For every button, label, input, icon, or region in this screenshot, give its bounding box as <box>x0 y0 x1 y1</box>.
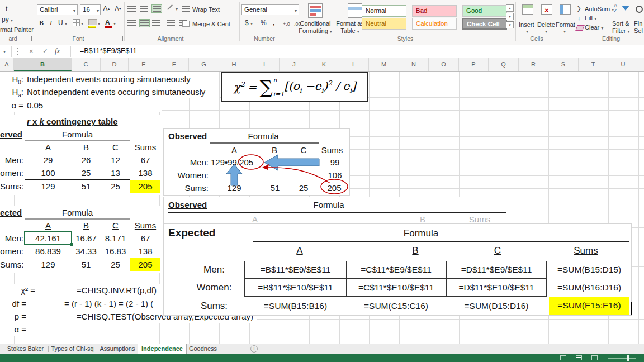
expected-col-a[interactable]: A <box>25 219 72 232</box>
df-label[interactable]: df = <box>0 297 26 310</box>
zoom-slider-track[interactable] <box>608 358 636 359</box>
style-bad[interactable]: Bad <box>412 5 457 17</box>
sheet-tab-goodness[interactable]: Goodness <box>187 344 219 354</box>
expected-total-highlight[interactable]: 205 <box>130 258 160 271</box>
font-dialog-launcher[interactable] <box>118 36 123 41</box>
column-header-i[interactable]: I <box>249 58 280 71</box>
df-formula[interactable]: = (r - 1) (k - 1) = (2 - 1) ( <box>64 297 153 310</box>
observed-men-label[interactable]: Men: <box>0 154 23 166</box>
decrease-indent-button[interactable] <box>167 20 175 26</box>
expected-formula-header[interactable]: Formula <box>25 206 130 219</box>
p-label[interactable]: p = <box>0 310 26 323</box>
styles-scroll-up-button[interactable]: ▴ <box>506 4 514 12</box>
clipboard-dialog-launcher[interactable] <box>27 36 32 41</box>
observed-col-b[interactable]: B <box>72 141 101 154</box>
style-neutral[interactable]: Neutral <box>362 18 406 30</box>
observed-sums-c[interactable]: 25 <box>101 180 130 193</box>
cancel-button[interactable]: × <box>29 47 34 55</box>
delete-button[interactable]: Delete <box>537 21 555 28</box>
column-header-k[interactable]: K <box>309 58 339 71</box>
column-header-q[interactable]: Q <box>489 58 519 71</box>
orientation-icon[interactable] <box>167 4 173 10</box>
zoom-slider-handle[interactable] <box>627 355 629 361</box>
format-painter-button[interactable]: rmat Painter <box>0 25 34 34</box>
observed-sums-a[interactable]: 129 <box>25 180 72 193</box>
observed-sums-b[interactable]: 51 <box>72 180 101 193</box>
expected-sums-b[interactable]: 51 <box>72 258 101 271</box>
borders-button[interactable] <box>73 19 80 26</box>
copy-button[interactable]: py ▾ <box>2 15 13 25</box>
autosum-button[interactable]: AutoSum ▾ <box>585 6 614 13</box>
formula-input[interactable]: =B$11*$E9/$E$11 <box>80 47 136 55</box>
shrink-font-button[interactable]: A▾ <box>115 4 121 13</box>
number-format-combo[interactable]: General▾ <box>242 4 299 15</box>
expected-title[interactable]: ected <box>0 206 21 219</box>
observed-women-label[interactable]: omen: <box>0 166 23 179</box>
alpha-value[interactable]: 0.05 <box>27 99 43 112</box>
column-header-r[interactable]: R <box>519 58 548 71</box>
page-layout-view-button[interactable] <box>576 355 582 360</box>
styles-scroll-down-button[interactable]: ▾ <box>506 13 514 20</box>
alignment-dialog-launcher[interactable] <box>233 36 238 41</box>
sheet-tab-types-of-chi-sq[interactable]: Types of Chi-sq <box>49 344 96 354</box>
column-header-u[interactable]: U <box>608 58 638 71</box>
font-size-combo[interactable]: 16▾ <box>80 4 101 15</box>
column-header-f[interactable]: F <box>159 58 189 71</box>
expected-men-sum[interactable]: 67 <box>130 232 160 245</box>
sheet-tab-assumptions[interactable]: Assumptions <box>97 344 138 354</box>
currency-button[interactable]: $ ▾ <box>245 18 253 28</box>
ha-text[interactable]: Not independent events occuring simutane… <box>27 85 205 98</box>
h0-text[interactable]: Independent events occuring simutaneousl… <box>27 73 191 85</box>
chi-stat-label[interactable]: χ² = <box>0 284 35 297</box>
wrap-text-button[interactable]: Wrap Text <box>192 6 220 13</box>
expected-women-sum[interactable]: 138 <box>130 245 160 258</box>
active-cell-selection[interactable] <box>24 231 72 245</box>
italic-button[interactable]: I <box>50 18 52 27</box>
column-header-e[interactable]: E <box>129 58 159 71</box>
column-header-b[interactable]: B <box>14 58 72 71</box>
name-box-dropdown[interactable]: ▾ <box>3 49 6 54</box>
style-check-cell[interactable]: Check Cell <box>462 18 507 30</box>
observed-men-sum[interactable]: 67 <box>130 154 160 166</box>
bold-button[interactable]: B <box>39 18 44 27</box>
chi-stat-formula[interactable]: =CHISQ.INV.RT(p,df) <box>77 284 157 297</box>
sort-filter-button[interactable]: Sort & <box>612 20 629 27</box>
expected-col-c[interactable]: C <box>101 219 130 232</box>
merge-center-button[interactable]: Merge & Cent <box>192 21 230 28</box>
column-header-t[interactable]: T <box>579 58 608 71</box>
expected-men-label[interactable]: Men: <box>0 232 23 245</box>
normal-view-button[interactable] <box>560 355 566 360</box>
observed-col-sums[interactable]: Sums <box>130 141 160 154</box>
grow-font-button[interactable]: A▴ <box>103 4 110 13</box>
align-top-button[interactable] <box>127 6 136 12</box>
number-dialog-launcher[interactable] <box>297 36 302 41</box>
fill-button[interactable]: Fill ▾ <box>585 15 596 22</box>
align-center-button[interactable] <box>140 20 149 27</box>
align-bottom-button[interactable] <box>152 5 162 12</box>
comma-button[interactable]: , <box>273 18 274 27</box>
style-calculation[interactable]: Calculation <box>412 18 457 30</box>
expected-col-sums[interactable]: Sums <box>130 219 160 232</box>
align-right-button[interactable] <box>152 20 160 26</box>
enter-button[interactable]: ✓ <box>42 47 48 55</box>
column-header-j[interactable]: J <box>280 58 309 71</box>
page-break-view-button[interactable] <box>591 355 598 360</box>
column-header-n[interactable]: N <box>399 58 429 71</box>
align-left-button[interactable] <box>127 20 136 26</box>
insert-function-button[interactable]: fx <box>55 46 60 55</box>
sheet-tab-independence[interactable]: Independence <box>138 344 187 354</box>
insert-button[interactable]: Insert <box>519 21 534 28</box>
clear-button[interactable]: Clear ▾ <box>585 24 603 32</box>
fill-handle[interactable] <box>70 243 73 246</box>
column-header-h[interactable]: H <box>219 58 249 71</box>
observed-sums-label[interactable]: Sums: <box>0 180 23 193</box>
style-good[interactable]: Good <box>462 5 507 17</box>
column-header-m[interactable]: M <box>369 58 399 71</box>
percent-button[interactable]: % <box>261 18 267 27</box>
expected-col-b[interactable]: B <box>72 219 101 232</box>
observed-col-c[interactable]: C <box>101 141 130 154</box>
styles-gallery-more-button[interactable]: ▾ <box>506 21 514 28</box>
column-header-g[interactable]: G <box>189 58 219 71</box>
add-sheet-button[interactable]: + <box>250 345 258 353</box>
expected-sums-a[interactable]: 129 <box>25 258 72 271</box>
